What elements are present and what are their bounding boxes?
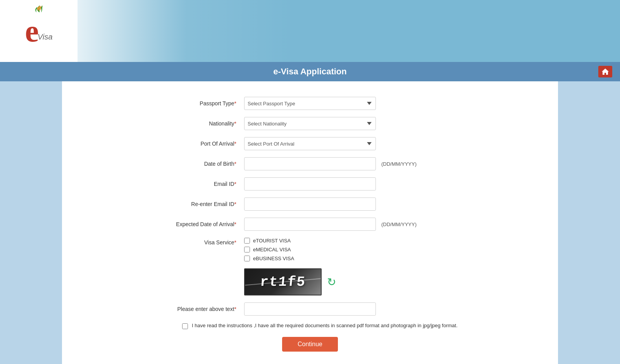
date-of-birth-hint: (DD/MM/YYYY) — [381, 161, 417, 167]
agreement-row: I have read the instructions ,I have all… — [182, 323, 477, 329]
captcha-input[interactable] — [244, 302, 376, 316]
emedical-visa-option[interactable]: eMEDICAL VISA — [244, 247, 294, 252]
nationality-select[interactable]: Select Nationality — [244, 117, 376, 130]
re-enter-email-input[interactable] — [244, 197, 376, 211]
port-of-arrival-label: Port Of Arrival* — [143, 141, 244, 147]
re-enter-email-label: Re-enter Email ID* — [143, 201, 244, 207]
expected-arrival-label: Expected Date of Arrival* — [143, 221, 244, 227]
nationality-label: Nationality* — [143, 120, 244, 127]
logo-visa-text: Visa — [38, 33, 53, 41]
continue-row: Continue — [143, 337, 477, 352]
header-banner — [78, 0, 620, 62]
emedical-visa-checkbox[interactable] — [244, 247, 250, 252]
date-of-birth-label: Date of Birth* — [143, 161, 244, 167]
nationality-row: Nationality* Select Nationality — [143, 117, 477, 130]
ebusiness-visa-option[interactable]: eBUSINESS VISA — [244, 256, 294, 261]
application-form: Passport Type* Select Passport Type Ordi… — [136, 93, 484, 355]
email-input[interactable] — [244, 177, 376, 191]
ebusiness-visa-label: eBUSINESS VISA — [253, 256, 294, 261]
continue-button[interactable]: Continue — [282, 337, 338, 352]
captcha-input-label: Please enter above text* — [143, 306, 244, 312]
etourist-visa-label: eTOURIST VISA — [253, 238, 291, 244]
visa-service-options: eTOURIST VISA eMEDICAL VISA eBUSINESS VI… — [244, 238, 294, 261]
captcha-refresh-icon[interactable]: ↻ — [327, 276, 336, 288]
visa-service-row: Visa Service* eTOURIST VISA eMEDICAL VIS… — [143, 238, 477, 261]
page-header: e Visa — [0, 0, 620, 62]
date-of-birth-input[interactable] — [244, 157, 376, 170]
logo-flame-icon — [32, 5, 47, 20]
ebusiness-visa-checkbox[interactable] — [244, 256, 250, 261]
captcha-text: rt1f5 — [259, 274, 307, 290]
emedical-visa-label: eMEDICAL VISA — [253, 247, 291, 252]
port-of-arrival-select[interactable]: Select Port Of Arrival — [244, 137, 376, 150]
visa-service-label: Visa Service* — [143, 238, 244, 246]
title-bar: e-Visa Application — [0, 62, 620, 81]
expected-arrival-hint: (DD/MM/YYYY) — [381, 221, 417, 227]
logo: e Visa — [25, 15, 52, 46]
home-icon — [601, 68, 609, 75]
home-button[interactable] — [598, 66, 612, 77]
email-row: Email ID* — [143, 177, 477, 191]
passport-type-row: Passport Type* Select Passport Type Ordi… — [143, 97, 477, 110]
etourist-visa-option[interactable]: eTOURIST VISA — [244, 238, 294, 244]
expected-arrival-input[interactable] — [244, 218, 376, 231]
svg-marker-31 — [602, 69, 609, 75]
passport-type-label: Passport Type* — [143, 100, 244, 106]
agreement-checkbox[interactable] — [182, 323, 188, 329]
agreement-text: I have read the instructions ,I have all… — [192, 323, 458, 328]
page-title: e-Visa Application — [273, 67, 347, 77]
captcha-row: rt1f5 ↻ — [244, 268, 477, 295]
passport-type-select[interactable]: Select Passport Type Ordinary Diplomatic… — [244, 97, 376, 110]
port-of-arrival-row: Port Of Arrival* Select Port Of Arrival — [143, 137, 477, 150]
email-label: Email ID* — [143, 181, 244, 187]
etourist-visa-checkbox[interactable] — [244, 238, 250, 244]
logo-section: e Visa — [0, 0, 78, 62]
main-content: Passport Type* Select Passport Type Ordi… — [62, 81, 558, 364]
captcha-input-row: Please enter above text* — [143, 302, 477, 316]
captcha-image: rt1f5 — [244, 268, 322, 295]
date-of-birth-row: Date of Birth* (DD/MM/YYYY) — [143, 157, 477, 170]
expected-arrival-row: Expected Date of Arrival* (DD/MM/YYYY) — [143, 218, 477, 231]
re-enter-email-row: Re-enter Email ID* — [143, 197, 477, 211]
